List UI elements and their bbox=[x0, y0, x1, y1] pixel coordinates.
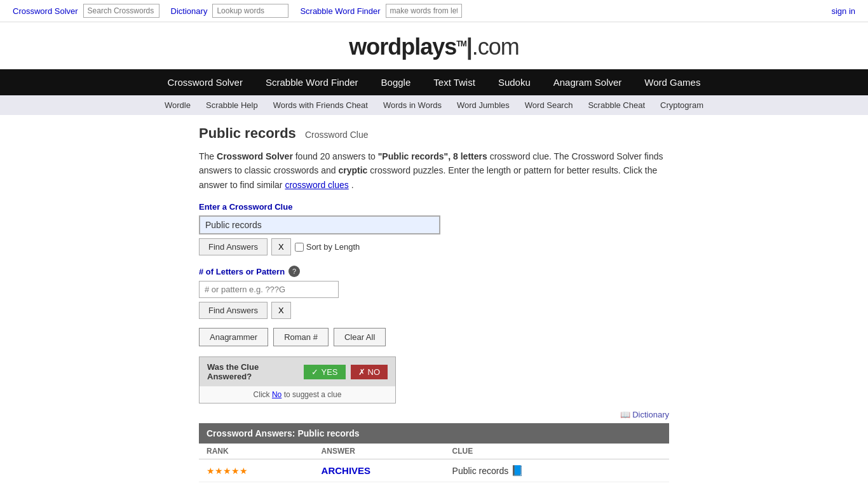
yes-label: YES bbox=[321, 367, 337, 377]
desc-solver: Crossword Solver bbox=[217, 151, 293, 161]
logo: wordplaysTM|.com bbox=[349, 34, 519, 60]
sign-in-link[interactable]: sign in bbox=[831, 6, 855, 16]
pattern-input-row bbox=[199, 281, 669, 298]
table-row: ★★★ LIBRI Books for public records bbox=[199, 482, 669, 488]
dict-icon-0[interactable]: 📘 bbox=[511, 465, 524, 476]
dictionary-input[interactable] bbox=[212, 4, 288, 18]
nav-crossword-solver[interactable]: Crossword Solver bbox=[156, 69, 254, 95]
topbar-crossword-link[interactable]: Crossword Solver bbox=[13, 6, 78, 16]
clue-answered-footer: Click No to suggest a clue bbox=[200, 386, 395, 403]
page-title-text: Public records bbox=[199, 125, 296, 141]
no-button[interactable]: ✗ NO bbox=[351, 365, 388, 379]
top-bar: Crossword Solver Dictionary Scrabble Wor… bbox=[0, 0, 868, 22]
find-answers-button-2[interactable]: Find Answers bbox=[199, 302, 268, 319]
main-nav: Crossword Solver Scrabble Word Finder Bo… bbox=[0, 69, 868, 95]
find-answers-button[interactable]: Find Answers bbox=[199, 238, 268, 255]
result-answer-0: ARCHIVES bbox=[314, 459, 445, 482]
roman-button[interactable]: Roman # bbox=[273, 328, 329, 346]
yes-button[interactable]: ✓ YES bbox=[304, 365, 345, 379]
subnav-words-friends[interactable]: Words with Friends Cheat bbox=[266, 98, 376, 112]
anagrammer-button[interactable]: Anagrammer bbox=[199, 328, 268, 346]
topbar-scrabble-link[interactable]: Scrabble Word Finder bbox=[300, 6, 380, 16]
description: The Crossword Solver found 20 answers to… bbox=[199, 149, 669, 192]
subnav-word-jumbles[interactable]: Word Jumbles bbox=[449, 98, 517, 112]
subnav-cryptogram[interactable]: Cryptogram bbox=[653, 98, 711, 112]
dictionary-link-text: Dictionary bbox=[632, 410, 669, 419]
dictionary-link[interactable]: 📖 Dictionary bbox=[620, 410, 669, 419]
clear-all-button[interactable]: Clear All bbox=[334, 328, 386, 346]
desc-clue: "Public records", 8 letters bbox=[378, 151, 487, 161]
pattern-label: # of Letters or Pattern bbox=[199, 267, 285, 276]
pattern-section: # of Letters or Pattern ? Find Answers X bbox=[199, 266, 669, 319]
yes-checkmark-icon: ✓ bbox=[311, 367, 318, 377]
sort-by-length-label[interactable]: Sort by Length bbox=[295, 242, 360, 252]
no-x-icon: ✗ bbox=[358, 367, 365, 377]
sub-nav: Wordle Scrabble Help Words with Friends … bbox=[0, 95, 868, 115]
logo-pipe: | bbox=[466, 34, 472, 60]
nav-anagram-solver[interactable]: Anagram Solver bbox=[542, 69, 634, 95]
clue-input[interactable] bbox=[199, 215, 440, 234]
logo-tm: TM bbox=[456, 39, 466, 48]
subnav-word-search[interactable]: Word Search bbox=[517, 98, 581, 112]
help-icon[interactable]: ? bbox=[288, 266, 300, 277]
star-rating-0: ★★★★★ bbox=[207, 466, 248, 476]
clue-answered-label: Was the Clue Answered? bbox=[207, 362, 299, 381]
no-label: NO bbox=[368, 367, 381, 377]
col-answer: ANSWER bbox=[314, 444, 445, 459]
sort-by-length-text: Sort by Length bbox=[306, 242, 360, 252]
nav-boggle[interactable]: Boggle bbox=[370, 69, 423, 95]
pattern-label-row: # of Letters or Pattern ? bbox=[199, 266, 669, 277]
col-rank: RANK bbox=[199, 444, 314, 459]
col-clue: CLUE bbox=[445, 444, 669, 459]
desc-cryptic: cryptic bbox=[338, 165, 367, 175]
pattern-action-row: Find Answers X bbox=[199, 302, 669, 319]
desc-intro: The bbox=[199, 151, 214, 161]
result-clue-0: Public records 📘 bbox=[445, 459, 669, 482]
subnav-scrabble-help[interactable]: Scrabble Help bbox=[198, 98, 266, 112]
enter-clue-label: Enter a Crossword Clue bbox=[199, 202, 669, 212]
results-header-row: Crossword Answers: Public records bbox=[199, 423, 669, 444]
logo-area: wordplaysTM|.com bbox=[0, 22, 868, 69]
sort-by-length-checkbox[interactable] bbox=[295, 243, 304, 252]
pattern-input[interactable] bbox=[199, 281, 339, 298]
desc-end: . bbox=[351, 180, 354, 190]
subnav-scrabble-cheat[interactable]: Scrabble Cheat bbox=[580, 98, 653, 112]
clear-clue-button[interactable]: X bbox=[271, 238, 291, 255]
answer-link-0[interactable]: ARCHIVES bbox=[322, 465, 371, 476]
page-title: Public records Crossword Clue bbox=[199, 125, 669, 142]
subnav-words-in-words[interactable]: Words in Words bbox=[376, 98, 449, 112]
result-stars-1: ★★★ bbox=[199, 482, 314, 488]
scrabble-input[interactable] bbox=[386, 4, 462, 18]
suggest-rest: to suggest a clue bbox=[284, 390, 342, 399]
desc-mid: found 20 answers to bbox=[295, 151, 378, 161]
book-icon: 📖 bbox=[620, 410, 630, 419]
extra-buttons-row: Anagrammer Roman # Clear All bbox=[199, 328, 669, 346]
crossword-clues-link[interactable]: crossword clues bbox=[285, 180, 348, 190]
logo-wordplays: wordplays bbox=[349, 34, 456, 60]
crossword-search-input[interactable] bbox=[83, 4, 159, 18]
clue-input-row bbox=[199, 215, 669, 234]
suggest-text: Click bbox=[254, 390, 270, 399]
nav-scrabble-finder[interactable]: Scrabble Word Finder bbox=[254, 69, 370, 95]
results-table: Crossword Answers: Public records RANK A… bbox=[199, 423, 669, 488]
dictionary-link-area: 📖 Dictionary bbox=[199, 410, 669, 419]
nav-word-games[interactable]: Word Games bbox=[633, 69, 712, 95]
result-answer-1: LIBRI bbox=[314, 482, 445, 488]
content-area: Public records Crossword Clue The Crossw… bbox=[186, 115, 682, 488]
results-title: Crossword Answers: Public records bbox=[199, 423, 669, 444]
table-row: ★★★★★ ARCHIVES Public records 📘 bbox=[199, 459, 669, 482]
subnav-wordle[interactable]: Wordle bbox=[157, 98, 198, 112]
result-stars-0: ★★★★★ bbox=[199, 459, 314, 482]
topbar-dictionary-link[interactable]: Dictionary bbox=[171, 6, 208, 16]
col-headers-row: RANK ANSWER CLUE bbox=[199, 444, 669, 459]
clear-pattern-button[interactable]: X bbox=[271, 302, 291, 319]
result-clue-1: Books for public records bbox=[445, 482, 669, 488]
clue-action-row: Find Answers X Sort by Length bbox=[199, 238, 669, 255]
clue-answered-widget: Was the Clue Answered? ✓ YES ✗ NO Click … bbox=[199, 356, 396, 403]
clue-text-0: Public records bbox=[452, 466, 509, 476]
suggest-no-link[interactable]: No bbox=[272, 390, 281, 399]
nav-text-twist[interactable]: Text Twist bbox=[422, 69, 487, 95]
clue-answered-header: Was the Clue Answered? ✓ YES ✗ NO bbox=[200, 357, 395, 386]
page-subtitle: Crossword Clue bbox=[305, 130, 369, 140]
nav-sudoku[interactable]: Sudoku bbox=[487, 69, 542, 95]
